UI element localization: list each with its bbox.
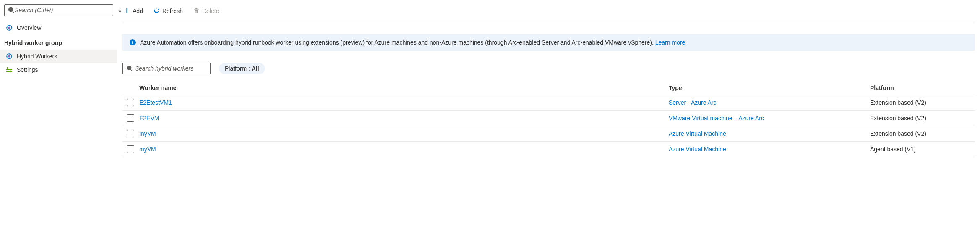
sidebar-item-settings[interactable]: Settings (0, 63, 117, 76)
delete-button: Delete (192, 6, 220, 16)
refresh-icon (153, 8, 160, 14)
table-header: Worker name Type Platform (122, 81, 975, 95)
workers-table: Worker name Type Platform E2EtestVM1 Ser… (122, 81, 975, 157)
info-text: Azure Automation offers onboarding hybri… (140, 39, 655, 46)
worker-name-link[interactable]: E2EVM (139, 115, 159, 121)
worker-platform: Extension based (V2) (870, 115, 971, 121)
info-banner: Azure Automation offers onboarding hybri… (122, 34, 975, 51)
worker-platform: Extension based (V2) (870, 130, 971, 137)
toolbar: Add Refresh Delete (122, 4, 975, 22)
info-icon (129, 39, 136, 46)
main-content: Add Refresh Delete Azure Automation offe… (117, 0, 980, 161)
table-row[interactable]: myVM Azure Virtual Machine Extension bas… (122, 126, 975, 141)
worker-name-link[interactable]: E2EtestVM1 (139, 99, 172, 106)
filter-search[interactable] (122, 63, 211, 74)
header-platform[interactable]: Platform (870, 84, 971, 91)
sidebar-item-label: Hybrid Workers (17, 53, 57, 60)
sidebar-item-overview[interactable]: Overview (0, 21, 117, 34)
refresh-button[interactable]: Refresh (152, 6, 184, 16)
info-banner-text: Azure Automation offers onboarding hybri… (140, 39, 685, 46)
svg-rect-7 (7, 67, 8, 69)
sidebar-section-title: Hybrid worker group (0, 34, 117, 50)
worker-name-link[interactable]: myVM (139, 130, 156, 137)
refresh-button-label: Refresh (162, 8, 183, 14)
svg-rect-9 (8, 71, 9, 72)
sidebar: « Overview Hybrid worker group Hybrid Wo… (0, 0, 117, 161)
delete-button-label: Delete (202, 8, 219, 14)
hybrid-workers-icon (6, 53, 13, 60)
add-button[interactable]: Add (122, 6, 144, 16)
worker-platform: Agent based (V1) (870, 146, 971, 153)
sidebar-item-label: Settings (17, 66, 38, 73)
worker-type-link[interactable]: VMware Virtual machine – Azure Arc (669, 115, 764, 121)
row-checkbox[interactable] (127, 130, 134, 137)
worker-name-link[interactable]: myVM (139, 146, 156, 153)
delete-icon (193, 8, 200, 14)
worker-type-link[interactable]: Azure Virtual Machine (669, 146, 726, 153)
settings-icon (6, 66, 13, 73)
search-icon (127, 65, 133, 72)
add-button-label: Add (133, 8, 143, 14)
svg-rect-5 (6, 69, 12, 70)
add-icon (123, 8, 130, 14)
table-row[interactable]: E2EVM VMware Virtual machine – Azure Arc… (122, 110, 975, 126)
worker-platform: Extension based (V2) (870, 99, 971, 106)
sidebar-item-label: Overview (17, 24, 41, 31)
row-checkbox[interactable] (127, 99, 134, 106)
learn-more-link[interactable]: Learn more (655, 39, 685, 46)
svg-point-3 (8, 55, 10, 58)
svg-point-1 (8, 27, 10, 29)
filter-search-input[interactable] (135, 65, 209, 72)
collapse-sidebar-icon[interactable]: « (118, 7, 121, 13)
platform-filter-value: All (252, 65, 259, 72)
overview-icon (6, 24, 13, 31)
header-type[interactable]: Type (669, 84, 870, 91)
search-icon (8, 7, 15, 13)
platform-filter-label: Platform : (225, 65, 252, 72)
platform-filter[interactable]: Platform : All (219, 63, 265, 74)
filter-row: Platform : All (122, 63, 975, 74)
header-worker-name[interactable]: Worker name (139, 84, 669, 91)
worker-type-link[interactable]: Azure Virtual Machine (669, 130, 726, 137)
table-row[interactable]: E2EtestVM1 Server - Azure Arc Extension … (122, 95, 975, 110)
svg-rect-8 (10, 69, 10, 71)
worker-type-link[interactable]: Server - Azure Arc (669, 99, 717, 106)
sidebar-search-input[interactable] (15, 7, 109, 13)
table-row[interactable]: myVM Azure Virtual Machine Agent based (… (122, 141, 975, 157)
row-checkbox[interactable] (127, 145, 134, 153)
sidebar-search[interactable]: « (4, 4, 113, 16)
row-checkbox[interactable] (127, 114, 134, 122)
sidebar-item-hybrid-workers[interactable]: Hybrid Workers (0, 50, 117, 63)
